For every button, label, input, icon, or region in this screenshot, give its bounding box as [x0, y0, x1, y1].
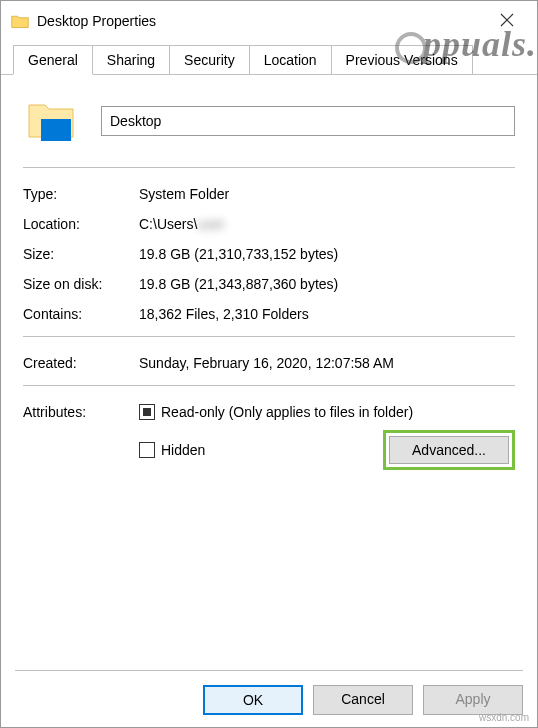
- tab-security[interactable]: Security: [169, 45, 250, 75]
- separator: [23, 385, 515, 386]
- hidden-label: Hidden: [161, 442, 205, 458]
- tab-sharing[interactable]: Sharing: [92, 45, 170, 75]
- ok-button[interactable]: OK: [203, 685, 303, 715]
- created-value: Sunday, February 16, 2020, 12:07:58 AM: [139, 355, 515, 371]
- svg-rect-2: [41, 119, 71, 141]
- folder-icon: [11, 14, 29, 28]
- close-icon: [500, 13, 514, 30]
- tab-bar: General Sharing Security Location Previo…: [1, 45, 537, 75]
- close-button[interactable]: [487, 9, 527, 33]
- size-label: Size:: [23, 246, 139, 262]
- advanced-button[interactable]: Advanced...: [389, 436, 509, 464]
- apply-button[interactable]: Apply: [423, 685, 523, 715]
- folder-name-input[interactable]: Desktop: [101, 106, 515, 136]
- location-user: user: [197, 216, 224, 232]
- location-label: Location:: [23, 216, 139, 232]
- cancel-button[interactable]: Cancel: [313, 685, 413, 715]
- attributes-label: Attributes:: [23, 404, 139, 420]
- type-value: System Folder: [139, 186, 515, 202]
- hidden-checkbox[interactable]: [139, 442, 155, 458]
- contains-label: Contains:: [23, 306, 139, 322]
- size-disk-value: 19.8 GB (21,343,887,360 bytes): [139, 276, 515, 292]
- folder-large-icon: [23, 93, 79, 149]
- general-panel: Desktop Type: System Folder Location: C:…: [1, 74, 537, 492]
- separator: [23, 167, 515, 168]
- location-prefix: C:\Users\: [139, 216, 197, 232]
- readonly-label: Read-only (Only applies to files in fold…: [161, 404, 413, 420]
- tab-general[interactable]: General: [13, 45, 93, 75]
- dialog-button-row: OK Cancel Apply: [15, 670, 523, 715]
- size-value: 19.8 GB (21,310,733,152 bytes): [139, 246, 515, 262]
- type-label: Type:: [23, 186, 139, 202]
- created-label: Created:: [23, 355, 139, 371]
- window-title: Desktop Properties: [37, 13, 156, 29]
- checkbox-mixed-icon: [143, 408, 151, 416]
- location-value: C:\Users\user: [139, 216, 515, 232]
- readonly-checkbox[interactable]: [139, 404, 155, 420]
- contains-value: 18,362 Files, 2,310 Folders: [139, 306, 515, 322]
- tab-previous-versions[interactable]: Previous Versions: [331, 45, 473, 75]
- separator: [23, 336, 515, 337]
- advanced-highlight: Advanced...: [383, 430, 515, 470]
- size-disk-label: Size on disk:: [23, 276, 139, 292]
- tab-location[interactable]: Location: [249, 45, 332, 75]
